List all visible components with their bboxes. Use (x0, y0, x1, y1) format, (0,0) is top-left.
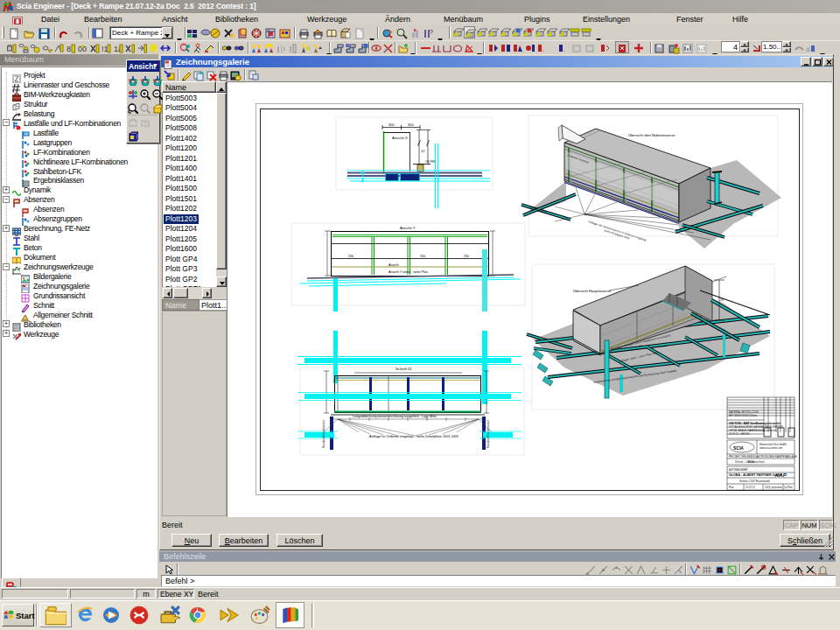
svg-text:!1: !1 (102, 45, 108, 53)
svg-text:Ansicht Y unten - siehe Plan: Ansicht Y unten - siehe Plan (388, 270, 428, 274)
svg-text:Längsabdichtung wasserdurchläs: Längsabdichtung wasserdurchlässig ausgef… (353, 415, 437, 418)
svg-text:250: 250 (348, 255, 354, 258)
svg-text:Stand: Stand (748, 460, 754, 464)
svg-text:300: 300 (388, 122, 395, 127)
svg-text:.: . (564, 46, 565, 52)
svg-text:Randprofil einbetoniert: Randprofil einbetoniert (322, 420, 326, 448)
svg-text:AUFTRAGGEBER: AUFTRAGGEBER (729, 468, 748, 472)
svg-text:BETONDECKUNG 35mm: BETONDECKUNG 35mm (729, 414, 758, 417)
svg-text:Auflager in Ortbeton eingelegt: Auflager in Ortbeton eingelegt - siehe D… (369, 435, 458, 438)
svg-text:Schnitt 01: Schnitt 01 (396, 367, 412, 371)
svg-text:12: 12 (421, 149, 425, 153)
svg-text:KAP: KAP (775, 472, 788, 478)
svg-text:1203_mjakulore: 1203_mjakulore (765, 486, 782, 489)
svg-text:.: . (542, 46, 544, 52)
svg-text:8: 8 (66, 45, 71, 53)
svg-text:Ansicht Y: Ansicht Y (400, 226, 416, 230)
svg-text:PROJEKT ERLEBNISGASTRONOMIE RA: PROJEKT ERLEBNISGASTRONOMIE RAMPENANLAGE (729, 455, 797, 458)
svg-text:i: i (284, 46, 285, 52)
svg-text:?: ? (430, 29, 433, 35)
svg-text:Ansicht X: Ansicht X (392, 136, 408, 140)
svg-text:Ansicht: Ansicht (388, 263, 399, 267)
svg-text:250: 250 (464, 255, 469, 258)
svg-text:GLOBA - ALBERT PARTNER GmbH: GLOBA - ALBERT PARTNER GmbH (729, 473, 782, 477)
svg-text:www.scia-online.com: www.scia-online.com (760, 446, 783, 450)
svg-text:Plan: Plan (729, 486, 734, 489)
svg-text:21.07.12: 21.07.12 (746, 486, 755, 489)
svg-text:Übersicht Haupttraverse: Übersicht Haupttraverse (573, 289, 612, 293)
svg-text:28: 28 (720, 298, 724, 302)
svg-text:SCIA: SCIA (733, 445, 744, 451)
svg-text:Schloss 1547 Rastenwald: Schloss 1547 Rastenwald (739, 480, 770, 483)
svg-text:300: 300 (408, 122, 414, 127)
svg-text:Randprofil einbetoniert: Randprofil einbetoniert (486, 420, 490, 448)
svg-text:d: d (806, 46, 809, 53)
svg-text:2a-Plott: 2a-Plott (784, 486, 793, 489)
svg-text:250: 250 (420, 255, 425, 258)
svg-text:22.07.12 - GROSS: 22.07.12 - GROSS (729, 432, 750, 436)
svg-text:Übersicht über Nebentraverse: Übersicht über Nebentraverse (628, 133, 676, 137)
